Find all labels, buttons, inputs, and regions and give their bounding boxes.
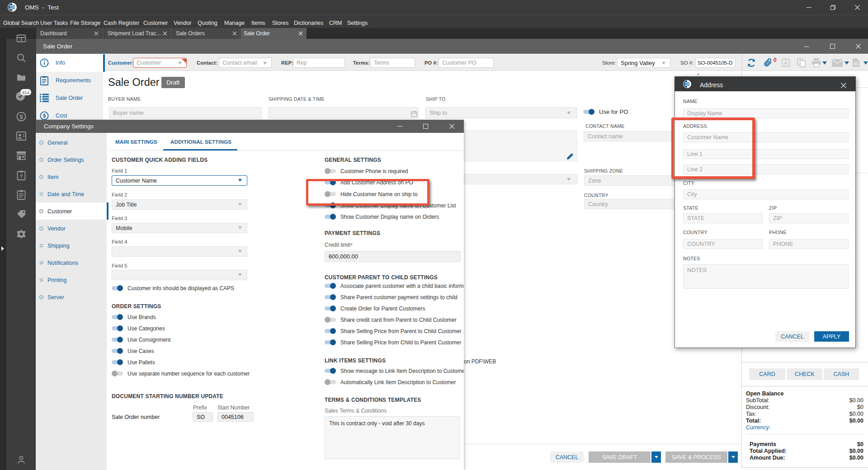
svg-text:$: $ bbox=[19, 113, 23, 120]
svg-text:?: ? bbox=[20, 174, 23, 179]
svg-text:$: $ bbox=[43, 113, 46, 119]
